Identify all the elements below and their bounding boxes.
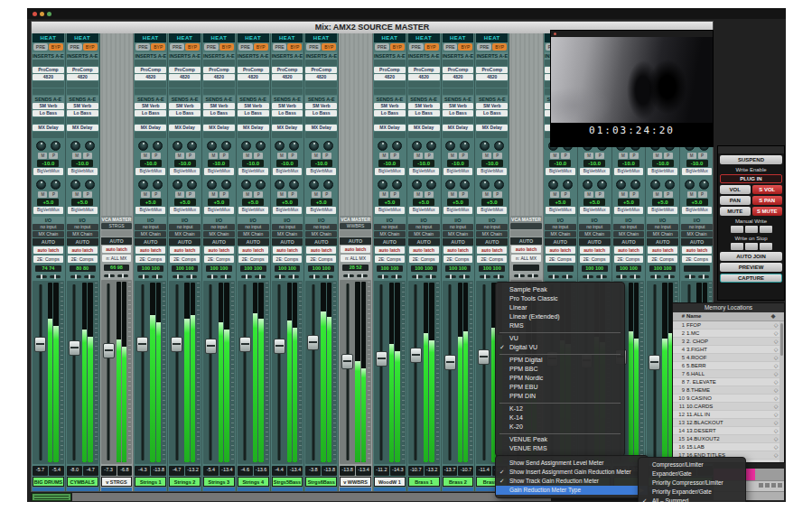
mute-button[interactable]: M <box>584 191 593 198</box>
send-mxdelay-button[interactable]: MX Delay <box>305 125 337 131</box>
menu-item[interactable]: Compressor/Limiter <box>639 460 745 469</box>
volume-fader[interactable] <box>273 283 286 462</box>
pan-knob[interactable] <box>685 180 695 190</box>
memory-location-row[interactable]: 32. CHOP◇ <box>673 338 784 346</box>
heat-pre-button[interactable]: PRE <box>477 43 491 51</box>
track-name[interactable]: Brass 2 <box>443 477 474 487</box>
mute-button[interactable]: M <box>482 191 491 198</box>
menu-item[interactable]: K-12 <box>496 404 624 413</box>
bigverbmux-button[interactable]: BigVerbMux <box>476 168 508 176</box>
pan-button[interactable]: P <box>152 191 161 198</box>
pan-knob[interactable] <box>51 141 61 151</box>
automation-mode-button[interactable]: auto latch <box>238 246 269 255</box>
input-selector[interactable]: no input <box>681 224 713 230</box>
input-selector[interactable]: no input <box>476 224 508 230</box>
volume-fader[interactable] <box>238 283 252 462</box>
pan-sliders[interactable] <box>374 274 406 280</box>
pan-knob[interactable] <box>187 180 197 190</box>
pan-sliders[interactable] <box>545 274 576 280</box>
bigverbmux-button[interactable]: BigVerbMux <box>374 207 406 215</box>
fader-cap[interactable] <box>103 343 115 358</box>
send-smverb-button[interactable]: SM Verb <box>135 103 166 109</box>
vca-assignment[interactable]: STRGS <box>101 223 133 229</box>
menu-item[interactable]: PPM BBC <box>496 365 624 374</box>
send-lobass-button[interactable]: Lo Bass <box>374 110 406 116</box>
bigverbmux-button[interactable]: BigVerbMux <box>647 168 678 176</box>
heat-bypass-button[interactable]: BYP <box>492 43 507 51</box>
menu-item[interactable]: PPM Digital <box>496 356 624 365</box>
fader-cap[interactable] <box>478 349 490 365</box>
send-smverb-button[interactable]: SM Verb <box>169 103 201 109</box>
vca-assignment[interactable]: WWBRS <box>340 223 371 229</box>
fader-cap[interactable] <box>69 340 80 356</box>
heat-pre-button[interactable]: PRE <box>273 43 287 51</box>
automation-mode-button[interactable]: auto latch <box>169 246 201 255</box>
pan-sliders[interactable] <box>238 274 269 280</box>
mute-button[interactable]: M <box>619 153 628 159</box>
output-selector[interactable]: MX Chain <box>67 231 98 237</box>
pan-button[interactable]: P <box>254 153 263 159</box>
bigverbmux-button[interactable]: BigVerbMux <box>579 207 611 215</box>
send-smverb-button[interactable]: SM Verb <box>238 103 269 109</box>
volume-fader[interactable] <box>102 282 116 462</box>
pan-button[interactable]: P <box>664 153 673 159</box>
send-smverb-button[interactable]: SM Verb <box>408 103 440 109</box>
send-lobass-button[interactable]: Lo Bass <box>203 110 235 116</box>
pan-sliders[interactable] <box>579 274 611 280</box>
group-assignment-button[interactable]: 2E: Comps <box>203 255 235 265</box>
name-column-header[interactable]: Name <box>686 312 762 321</box>
input-selector[interactable]: no input <box>647 224 678 230</box>
bigverbmux-button[interactable]: BigVerbMux <box>545 168 576 176</box>
bigverbmux-button[interactable]: BigVerbMux <box>135 207 166 215</box>
send-lobass-button[interactable]: Lo Bass <box>476 110 508 116</box>
send-smverb-button[interactable]: SM Verb <box>67 103 98 109</box>
pan-sliders[interactable] <box>169 274 201 280</box>
write-vol-button[interactable]: VOL <box>720 185 751 194</box>
pan-button[interactable]: P <box>254 191 263 198</box>
pan-sliders[interactable] <box>510 273 542 279</box>
fader-cap[interactable] <box>171 337 182 352</box>
input-selector[interactable]: no input <box>305 224 337 230</box>
pan-button[interactable]: P <box>459 153 468 159</box>
pan-knob[interactable] <box>563 180 573 190</box>
volume-fader[interactable] <box>341 282 354 462</box>
bigverbmux-button[interactable]: BigVerbMux <box>169 168 201 176</box>
group-assignment-button[interactable]: 2E: Comps <box>169 255 201 265</box>
heat-pre-button[interactable]: PRE <box>135 43 150 51</box>
bigverbmux-button[interactable]: BigVerbMux <box>272 168 303 176</box>
group-assignment-button[interactable]: 2E: Comps <box>476 255 508 265</box>
mute-button[interactable]: M <box>619 191 628 198</box>
bigverbmux-button[interactable]: BigVerbMux <box>443 207 474 215</box>
pan-button[interactable]: P <box>186 191 195 198</box>
memory-locations-title[interactable]: Memory Locations <box>673 303 784 312</box>
heat-bypass-button[interactable]: BYP <box>185 43 200 51</box>
pan-knob[interactable] <box>392 180 402 190</box>
minimize-window-button[interactable] <box>40 12 44 16</box>
volume-fader[interactable] <box>170 283 183 462</box>
group-assignment-button[interactable]: 2E: Comps <box>374 255 406 265</box>
pan-button[interactable]: P <box>664 191 673 198</box>
input-selector[interactable]: no input <box>443 224 474 230</box>
menu-item[interactable]: Priority Expander/Gate <box>639 488 745 497</box>
bigverbmux-button[interactable]: BigVerbMux <box>647 207 678 215</box>
automation-mode-button[interactable]: auto latch <box>305 246 337 255</box>
bigverbmux-button[interactable]: BigVerbMux <box>305 168 337 176</box>
menu-item[interactable]: PPM Nordic <box>496 374 624 383</box>
track-name[interactable]: v WWBRS <box>340 477 371 487</box>
send-lobass-button[interactable]: Lo Bass <box>443 110 474 116</box>
group-assignment-button[interactable]: n: ALL MX <box>340 254 371 264</box>
bigverbmux-button[interactable]: BigVerbMux <box>681 168 713 176</box>
automation-mode-button[interactable]: auto latch <box>510 245 542 254</box>
menu-item[interactable]: VU <box>496 334 624 343</box>
pan-button[interactable]: P <box>49 191 58 198</box>
memory-location-row[interactable]: 1312.BLACKOUT◇ <box>673 419 784 427</box>
input-selector[interactable]: no input <box>238 224 269 230</box>
bigverbmux-button[interactable]: BigVerbMux <box>67 168 98 176</box>
insert-4820-button[interactable]: 4820 <box>476 74 508 80</box>
number-column-header[interactable]: # <box>673 312 686 321</box>
automation-mode-button[interactable]: auto latch <box>374 246 406 255</box>
track-name[interactable]: Strings 3 <box>203 477 235 487</box>
output-selector[interactable]: MX Chain <box>203 231 235 237</box>
memory-location-row[interactable]: 76.HALL◇ <box>673 370 784 378</box>
group-assignment-button[interactable]: 2E: Comps <box>647 255 678 265</box>
